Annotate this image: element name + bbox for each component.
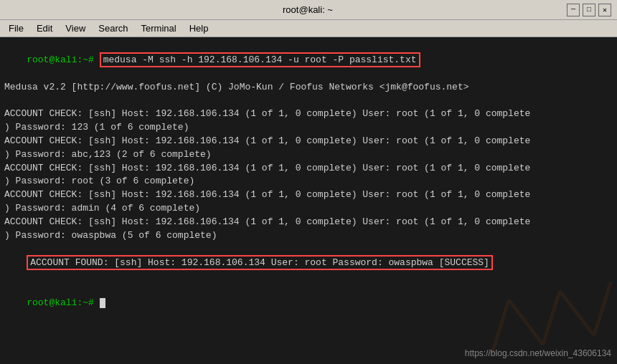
terminal-line-12: ACCOUNT CHECK: [ssh] Host: 192.168.106.1… <box>4 216 613 229</box>
final-prompt: root@kali:~# <box>27 297 99 308</box>
terminal-line-5: ) Password: 123 (1 of 6 complete) <box>4 121 613 135</box>
maximize-button[interactable]: □ <box>583 4 595 16</box>
success-highlight: ACCOUNT FOUND: [ssh] Host: 192.168.106.1… <box>27 255 493 270</box>
titlebar: root@kali: ~ ─ □ ✕ <box>0 0 617 20</box>
terminal-line-11: ) Password: admin (4 of 6 complete) <box>4 202 613 216</box>
terminal-line-13: ) Password: owaspbwa (5 of 6 complete) <box>4 229 613 243</box>
menu-item-search[interactable]: Search <box>93 21 133 35</box>
menu-item-view[interactable]: View <box>60 21 91 35</box>
terminal-line-final: root@kali:~# <box>4 283 613 324</box>
terminal-line-9: ) Password: root (3 of 6 complete) <box>4 175 613 188</box>
terminal-line-10: ACCOUNT CHECK: [ssh] Host: 192.168.106.1… <box>4 188 613 202</box>
terminal-line-success: ACCOUNT FOUND: [ssh] Host: 192.168.106.1… <box>4 243 613 284</box>
minimize-button[interactable]: ─ <box>567 4 580 16</box>
close-button[interactable]: ✕ <box>598 4 611 16</box>
terminal-line-1: root@kali:~# medusa -M ssh -h 192.168.10… <box>4 40 613 81</box>
window-title: root@kali: ~ <box>49 4 567 15</box>
terminal-line-3 <box>4 94 613 107</box>
menu-item-help[interactable]: Help <box>184 21 215 35</box>
terminal-line-8: ACCOUNT CHECK: [ssh] Host: 192.168.106.1… <box>4 162 613 176</box>
terminal-area[interactable]: root@kali:~# medusa -M ssh -h 192.168.10… <box>0 37 617 364</box>
menu-item-file[interactable]: File <box>3 21 29 35</box>
menu-item-terminal[interactable]: Terminal <box>136 21 182 35</box>
command-highlight: medusa -M ssh -h 192.168.106.134 -u root… <box>100 52 420 67</box>
terminal-line-6: ACCOUNT CHECK: [ssh] Host: 192.168.106.1… <box>4 135 613 148</box>
prompt-1: root@kali:~# <box>27 54 99 65</box>
cursor <box>100 298 105 308</box>
menubar: FileEditViewSearchTerminalHelp <box>0 20 617 37</box>
terminal-line-4: ACCOUNT CHECK: [ssh] Host: 192.168.106.1… <box>4 107 613 121</box>
menu-item-edit[interactable]: Edit <box>31 21 58 35</box>
terminal-line-2: Medusa v2.2 [http://www.foofus.net] (C) … <box>4 81 613 95</box>
window-controls[interactable]: ─ □ ✕ <box>567 4 611 16</box>
terminal-line-7: ) Password: abc,123 (2 of 6 complete) <box>4 148 613 162</box>
watermark: https://blog.csdn.net/weixin_43606134 <box>465 348 611 358</box>
